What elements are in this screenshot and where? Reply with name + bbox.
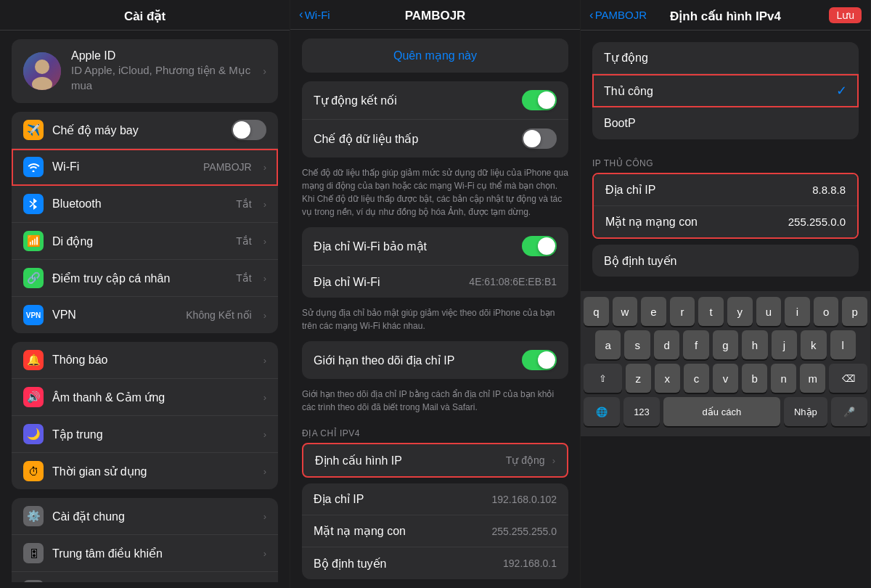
key-s[interactable]: s [624, 330, 650, 359]
key-u[interactable]: u [756, 297, 782, 326]
mobile-item[interactable]: 📶 Di động Tắt › [12, 223, 278, 260]
notifications-item[interactable]: 🔔 Thông báo › [12, 342, 278, 379]
key-123[interactable]: 123 [623, 397, 660, 426]
sound-item[interactable]: 🔊 Âm thanh & Cảm ứng › [12, 379, 278, 416]
profile-description: ID Apple, iCloud, Phương tiện & Mục mua [71, 62, 253, 93]
keyboard: q w e r t y u i o p a s d f g [581, 291, 870, 436]
wifi-secure-desc: Sử dụng địa chỉ bảo mật giúp giảm việc t… [302, 306, 568, 332]
key-r[interactable]: r [670, 297, 695, 326]
key-f[interactable]: f [683, 330, 708, 359]
general-settings-item[interactable]: ⚙️ Cài đặt chung › [12, 498, 278, 535]
key-e[interactable]: e [641, 297, 666, 326]
key-k[interactable]: k [801, 330, 826, 359]
manual-option[interactable]: Thủ công ✓ [592, 74, 859, 107]
key-h[interactable]: h [742, 330, 767, 359]
wifi-secure-item[interactable]: Địa chỉ Wi-Fi bảo mật [302, 227, 568, 266]
control-center-item[interactable]: 🎛 Trung tâm điều khiển › [12, 535, 278, 572]
settings-header: Cài đặt [0, 0, 290, 30]
auto-connect-toggle[interactable] [522, 90, 557, 110]
vpn-item[interactable]: VPN VPN Không Kết nối › [12, 297, 278, 333]
low-data-toggle[interactable] [522, 128, 557, 149]
key-y[interactable]: y [727, 297, 753, 326]
ip-address-field[interactable]: Địa chỉ IP 8.8.8.8 [594, 174, 857, 206]
key-globe[interactable]: 🌐 [584, 397, 620, 426]
ip-config-item[interactable]: Định cấu hình IP Tự động › [303, 444, 567, 476]
key-m[interactable]: m [800, 364, 825, 393]
wifi-secure-label: Địa chỉ Wi-Fi bảo mật [314, 240, 427, 253]
key-space[interactable]: dấu cách [663, 397, 780, 426]
general-group: ⚙️ Cài đặt chung › 🎛 Trung tâm điều khiể… [12, 498, 278, 582]
back-chevron-icon-2: ‹ [589, 8, 594, 23]
bootp-option-label: BootP [604, 117, 636, 130]
key-l[interactable]: l [830, 330, 856, 359]
wifi-back-button[interactable]: ‹ Wi-Fi [299, 7, 330, 22]
screen-time-item[interactable]: ⏱ Thời gian sử dụng › [12, 453, 278, 489]
hotspot-label: Điểm truy cập cá nhân [52, 271, 227, 285]
notifications-label: Thông báo [52, 354, 255, 367]
profile-chevron: › [263, 65, 266, 77]
auto-option[interactable]: Tự động [592, 42, 859, 74]
wifi-secure-toggle[interactable] [522, 236, 557, 256]
back-chevron-icon: ‹ [299, 7, 303, 22]
subnet-field-value: 255.255.0.0 [788, 216, 846, 228]
display-icon: AA [23, 580, 44, 582]
keyboard-row-3: ⇧ z x c v b n m ⌫ [584, 364, 867, 393]
key-enter[interactable]: Nhập [784, 397, 827, 426]
screen-time-icon: ⏱ [23, 461, 44, 481]
forget-network-button[interactable]: Quên mạng này [302, 38, 568, 73]
key-a[interactable]: a [595, 330, 621, 359]
key-c[interactable]: c [684, 364, 709, 393]
key-t[interactable]: t [698, 297, 724, 326]
wifi-chevron: › [263, 162, 266, 173]
subnet-field[interactable]: Mặt nạ mạng con 255.255.0.0 [594, 206, 857, 237]
airplane-mode-item[interactable]: ✈️ Chế độ máy bay [12, 112, 278, 149]
ipv4-back-button[interactable]: ‹ PAMBOJR [589, 8, 647, 23]
airplane-toggle[interactable] [232, 120, 266, 140]
router-field[interactable]: Bộ định tuyến [592, 245, 859, 277]
router-field-label: Bộ định tuyến [604, 254, 677, 268]
auto-connect-item[interactable]: Tự động kết nối [302, 81, 568, 120]
screen-time-chevron: › [263, 466, 266, 477]
ip-fields-section: Địa chỉ IP 8.8.8.8 Mặt nạ mạng con 255.2… [592, 173, 859, 239]
bootp-option[interactable]: BootP [592, 107, 859, 139]
key-q[interactable]: q [584, 297, 609, 326]
profile-section[interactable]: Apple ID ID Apple, iCloud, Phương tiện &… [12, 39, 278, 103]
ip-tracking-item[interactable]: Giới hạn theo dõi địa chỉ IP [302, 341, 568, 379]
wifi-label: Wi-Fi [52, 160, 195, 173]
bluetooth-label: Bluetooth [52, 197, 227, 211]
key-w[interactable]: w [613, 297, 638, 326]
key-v[interactable]: v [713, 364, 738, 393]
key-o[interactable]: o [814, 297, 839, 326]
router-section: Bộ định tuyến [592, 245, 859, 277]
display-item[interactable]: AA Màn hình & Độ sáng › [12, 572, 278, 582]
key-mic[interactable]: 🎤 [831, 397, 867, 426]
key-d[interactable]: d [654, 330, 679, 359]
subnet-value: 255.255.255.0 [491, 526, 557, 537]
wifi-item[interactable]: Wi-Fi PAMBOJR › [12, 149, 278, 186]
mobile-value: Tắt [236, 235, 251, 247]
key-j[interactable]: j [772, 330, 797, 359]
key-backspace[interactable]: ⌫ [829, 364, 867, 393]
key-g[interactable]: g [713, 330, 738, 359]
key-shift[interactable]: ⇧ [584, 364, 622, 393]
key-x[interactable]: x [655, 364, 680, 393]
key-n[interactable]: n [771, 364, 796, 393]
key-z[interactable]: z [626, 364, 651, 393]
low-data-item[interactable]: Chế độ dữ liệu thấp [302, 120, 568, 158]
general-label: Cài đặt chung [52, 510, 255, 523]
key-p[interactable]: p [842, 297, 867, 326]
router-item: Bộ định tuyến 192.168.0.1 [302, 547, 568, 579]
save-button[interactable]: Lưu [829, 7, 862, 23]
airplane-label: Chế độ máy bay [52, 123, 223, 137]
ip-tracking-toggle[interactable] [522, 350, 557, 370]
key-i[interactable]: i [785, 297, 810, 326]
key-b[interactable]: b [742, 364, 767, 393]
hotspot-item[interactable]: 🔗 Điểm truy cập cá nhân Tắt › [12, 260, 278, 297]
focus-icon: 🌙 [23, 424, 44, 444]
focus-item[interactable]: 🌙 Tập trung › [12, 416, 278, 453]
bluetooth-chevron: › [263, 199, 266, 210]
ip-address-field-value: 8.8.8.8 [812, 184, 846, 196]
bluetooth-item[interactable]: Bluetooth Tắt › [12, 186, 278, 223]
ipv4-config-panel: ‹ PAMBOJR Định cấu hình IPv4 Lưu Tự động… [581, 0, 871, 588]
bluetooth-icon [23, 194, 44, 214]
